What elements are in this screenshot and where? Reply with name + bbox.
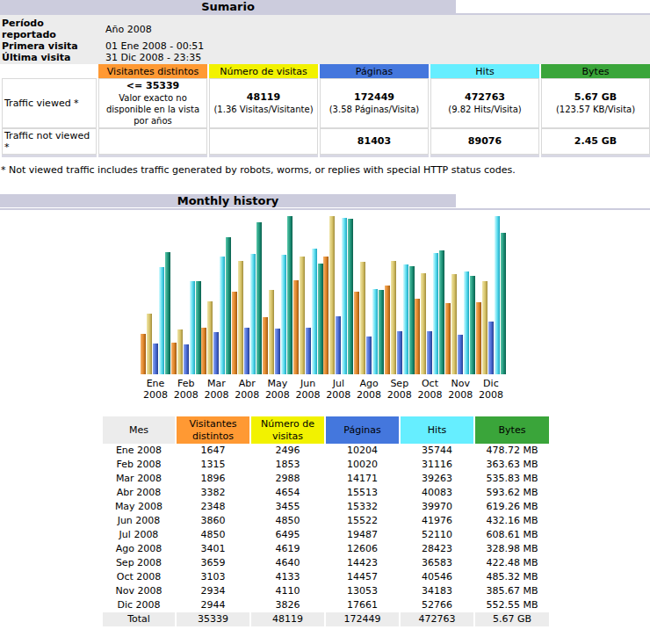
chart-bar-bytes bbox=[196, 281, 201, 374]
report-period-panel: Período reportadoAño 2008Primera visita0… bbox=[0, 15, 650, 64]
chart-bar-bytes bbox=[165, 252, 170, 374]
awstats-report-page: Sumario Período reportadoAño 2008Primera… bbox=[0, 0, 650, 644]
summary-row-label: Traffic not viewed * bbox=[2, 128, 97, 155]
separator-cell bbox=[98, 155, 207, 157]
info-label: Última visita bbox=[0, 52, 97, 63]
chart-bar-group-nov-2008 bbox=[445, 271, 475, 374]
chart-bar-visitors bbox=[385, 286, 390, 374]
month-label: Sep 2008 bbox=[385, 378, 415, 401]
chart-bar-visitors bbox=[445, 303, 451, 374]
total-hits: 472763 bbox=[401, 612, 473, 626]
column-header-visits: Número de visitas bbox=[251, 416, 324, 444]
monthly-cell-pages: 15332 bbox=[326, 500, 399, 514]
info-row-0: Período reportadoAño 2008 bbox=[0, 18, 650, 40]
summary-value-note: (123.57 KB/Visita) bbox=[542, 104, 649, 115]
column-header-hits: Hits bbox=[401, 416, 473, 444]
monthly-row-jul-2008: Jul 2008485064951948752110608.61 MB bbox=[103, 528, 549, 542]
chart-bar-pages bbox=[458, 335, 463, 374]
chart-bar-visits bbox=[391, 261, 396, 374]
monthly-cell-visits: 4619 bbox=[251, 542, 324, 556]
chart-bar-bytes bbox=[501, 233, 506, 374]
monthly-cell-bytes: 619.26 MB bbox=[475, 500, 549, 514]
monthly-cell-bytes: 328.98 MB bbox=[475, 542, 549, 556]
chart-bar-group-sep-2008 bbox=[385, 261, 415, 374]
summary-value-main: 89076 bbox=[431, 135, 538, 148]
monthly-row-oct-2008: Oct 2008310341331445740546485.32 MB bbox=[103, 570, 549, 584]
monthly-cell-bytes: 363.63 MB bbox=[475, 458, 549, 472]
total-visits: 48119 bbox=[251, 612, 324, 626]
monthly-cell-visitors: 2944 bbox=[177, 598, 249, 612]
monthly-cell-month: Mar 2008 bbox=[103, 472, 175, 486]
monthly-cell-visitors: 3860 bbox=[177, 514, 249, 528]
monthly-cell-month: Nov 2008 bbox=[103, 584, 175, 598]
summary-header-empty bbox=[2, 64, 97, 78]
monthly-cell-visits: 4133 bbox=[251, 570, 324, 584]
month-label: Feb 2008 bbox=[171, 378, 201, 401]
chart-bar-group-jun-2008 bbox=[293, 249, 323, 374]
monthly-row-sep-2008: Sep 2008365946401442336583422.48 MB bbox=[103, 556, 549, 570]
chart-bar-hits bbox=[403, 264, 408, 374]
monthly-cell-visits: 6495 bbox=[251, 528, 324, 542]
column-header-visitors: Visitantes distintos bbox=[177, 416, 249, 444]
chart-bar-pages bbox=[213, 332, 219, 374]
monthly-cell-month: Jun 2008 bbox=[103, 514, 175, 528]
monthly-cell-hits: 35744 bbox=[401, 444, 473, 458]
info-label: Primera visita bbox=[0, 40, 97, 52]
chart-bar-pages bbox=[184, 344, 189, 374]
month-label: Jun 2008 bbox=[293, 378, 323, 401]
monthly-cell-hits: 52766 bbox=[401, 598, 473, 612]
monthly-cell-bytes: 608.61 MB bbox=[475, 528, 549, 542]
chart-bar-hits bbox=[281, 255, 286, 374]
chart-bar-visits bbox=[482, 281, 488, 374]
monthly-cell-pages: 14423 bbox=[326, 556, 399, 570]
chart-bar-visits bbox=[269, 290, 274, 374]
chart-bar-visits bbox=[147, 314, 152, 374]
summary-value-pages: 172449(3.58 Páginas/Visita) bbox=[320, 78, 429, 128]
chart-bar-visits bbox=[177, 329, 183, 374]
chart-bar-hits bbox=[433, 253, 438, 374]
monthly-row-feb-2008: Feb 2008131518531002031116363.63 MB bbox=[103, 458, 549, 472]
monthly-cell-visitors: 2934 bbox=[177, 584, 249, 598]
monthly-cell-pages: 14171 bbox=[326, 472, 399, 486]
monthly-cell-visitors: 3659 bbox=[177, 556, 249, 570]
monthly-row-jun-2008: Jun 2008386048501552241976432.16 MB bbox=[103, 514, 549, 528]
monthly-cell-pages: 15513 bbox=[326, 486, 399, 500]
summary-value-bytes: 5.67 GB(123.57 KB/Visita) bbox=[541, 78, 650, 128]
summary-data-row-0: Traffic viewed *<= 35339Valor exacto no … bbox=[2, 78, 650, 128]
summary-value-main: 172449 bbox=[321, 91, 428, 104]
monthly-cell-bytes: 432.16 MB bbox=[475, 514, 549, 528]
month-label: Abr 2008 bbox=[232, 378, 262, 401]
monthly-cell-hits: 41976 bbox=[401, 514, 473, 528]
chart-bar-group-ago-2008 bbox=[354, 262, 384, 374]
chart-bar-pages bbox=[275, 329, 280, 374]
not-viewed-footnote: * Not viewed traffic includes traffic ge… bbox=[1, 164, 649, 176]
column-header-pages: Páginas bbox=[320, 64, 429, 78]
monthly-cell-visits: 3826 bbox=[251, 598, 324, 612]
chart-bar-group-mar-2008 bbox=[201, 237, 231, 374]
total-visitors: 35339 bbox=[177, 612, 249, 626]
monthly-cell-visits: 4110 bbox=[251, 584, 324, 598]
chart-bar-visitors bbox=[201, 328, 206, 374]
chart-bar-pages bbox=[306, 328, 311, 374]
chart-bar-hits bbox=[312, 249, 317, 374]
month-label: Ago 2008 bbox=[354, 378, 384, 401]
summary-value-visitors bbox=[98, 128, 207, 155]
chart-bar-pages bbox=[244, 328, 249, 374]
monthly-history-x-axis-labels: Ene 2008Feb 2008Mar 2008Abr 2008May 2008… bbox=[141, 378, 506, 401]
summary-header-row: Visitantes distintosNúmero de visitasPág… bbox=[2, 64, 650, 78]
monthly-cell-pages: 12606 bbox=[326, 542, 399, 556]
monthly-row-dic-2008: Dic 2008294438261766152766552.55 MB bbox=[103, 598, 549, 612]
month-label: Oct 2008 bbox=[415, 378, 444, 401]
monthly-cell-bytes: 535.83 MB bbox=[475, 472, 549, 486]
monthly-cell-hits: 39263 bbox=[401, 472, 473, 486]
chart-bar-hits bbox=[159, 267, 164, 374]
chart-bar-hits bbox=[250, 254, 256, 374]
monthly-history-bar-chart bbox=[141, 216, 506, 374]
monthly-cell-visits: 2496 bbox=[251, 444, 324, 458]
chart-bar-bytes bbox=[287, 216, 292, 374]
chart-bar-bytes bbox=[256, 222, 262, 374]
monthly-cell-pages: 17661 bbox=[326, 598, 399, 612]
monthly-cell-visits: 2988 bbox=[251, 472, 324, 486]
monthly-cell-bytes: 385.67 MB bbox=[475, 584, 549, 598]
summary-data-row-1: Traffic not viewed *81403890762.45 GB bbox=[2, 128, 650, 155]
